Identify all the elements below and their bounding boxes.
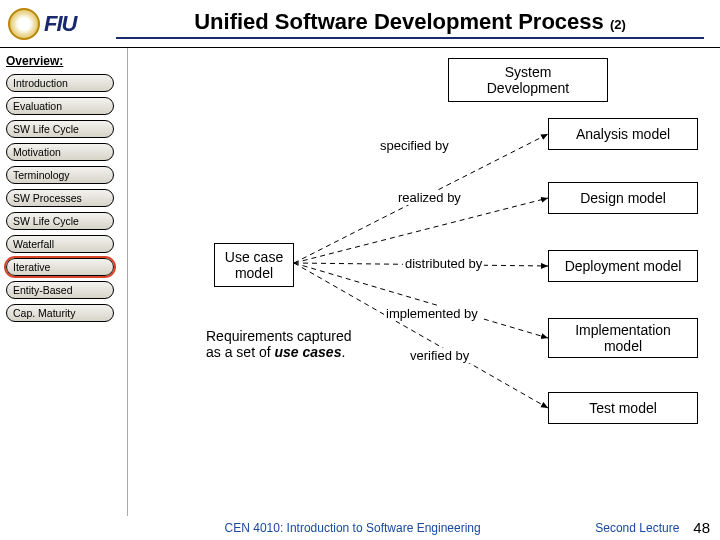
box-use-case-model-label: Use case model <box>221 249 287 281</box>
logo-seal-icon <box>8 8 40 40</box>
svg-line-3 <box>294 263 548 338</box>
svg-line-1 <box>294 198 548 263</box>
edge-label-verified-by: verified by <box>408 348 471 363</box>
footer-course: CEN 4010: Introduction to Software Engin… <box>110 521 595 535</box>
box-implementation-model-label: Implementation model <box>555 322 691 354</box>
footer: CEN 4010: Introduction to Software Engin… <box>0 519 720 536</box>
logo-text: FIU <box>44 11 76 37</box>
diagram-area: System Development Use case model Analys… <box>128 48 720 516</box>
sidebar: Overview: IntroductionEvaluationSW Life … <box>0 48 128 516</box>
sidebar-item-cap-maturity[interactable]: Cap. Maturity <box>6 304 114 322</box>
box-analysis-model-label: Analysis model <box>576 126 670 142</box>
box-test-model-label: Test model <box>589 400 657 416</box>
sidebar-item-introduction[interactable]: Introduction <box>6 74 114 92</box>
header: FIU Unified Software Development Process… <box>0 0 720 48</box>
edge-label-realized-by: realized by <box>396 190 463 205</box>
sidebar-item-motivation[interactable]: Motivation <box>6 143 114 161</box>
edge-label-specified-by: specified by <box>378 138 451 153</box>
sidebar-item-entity-based[interactable]: Entity-Based <box>6 281 114 299</box>
footer-lecture: Second Lecture <box>595 521 679 535</box>
box-system-development-label: System Development <box>487 64 570 96</box>
sidebar-item-evaluation[interactable]: Evaluation <box>6 97 114 115</box>
sidebar-heading: Overview: <box>6 54 121 68</box>
sidebar-item-sw-life-cycle[interactable]: SW Life Cycle <box>6 212 114 230</box>
page-title: Unified Software Development Process (2) <box>116 9 704 39</box>
edge-label-implemented-by: implemented by <box>384 306 480 321</box>
title-main: Unified Software Development Process <box>194 9 604 34</box>
box-deployment-model-label: Deployment model <box>565 258 682 274</box>
logo: FIU <box>8 4 108 44</box>
sidebar-item-waterfall[interactable]: Waterfall <box>6 235 114 253</box>
use-case-caption: Requirements captured as a set of use ca… <box>206 328 366 360</box>
box-design-model-label: Design model <box>580 190 666 206</box>
box-deployment-model: Deployment model <box>548 250 698 282</box>
box-analysis-model: Analysis model <box>548 118 698 150</box>
sidebar-item-iterative[interactable]: Iterative <box>6 258 114 276</box>
footer-page-number: 48 <box>693 519 710 536</box>
box-system-development: System Development <box>448 58 608 102</box>
title-suffix: (2) <box>610 17 626 32</box>
sidebar-item-sw-processes[interactable]: SW Processes <box>6 189 114 207</box>
edge-label-distributed-by: distributed by <box>403 256 484 271</box>
sidebar-item-terminology[interactable]: Terminology <box>6 166 114 184</box>
box-use-case-model: Use case model <box>214 243 294 287</box>
box-implementation-model: Implementation model <box>548 318 698 358</box>
box-test-model: Test model <box>548 392 698 424</box>
sidebar-item-sw-life-cycle[interactable]: SW Life Cycle <box>6 120 114 138</box>
box-design-model: Design model <box>548 182 698 214</box>
